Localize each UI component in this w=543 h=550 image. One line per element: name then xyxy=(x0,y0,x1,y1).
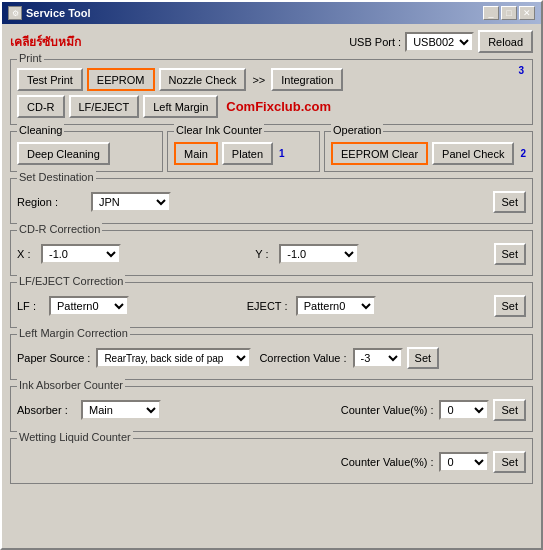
left-margin-set-button[interactable]: Set xyxy=(407,347,440,369)
cleaning-section: Cleaning Deep Cleaning xyxy=(10,131,163,172)
ink-set-button[interactable]: Set xyxy=(493,399,526,421)
title-buttons: _ □ ✕ xyxy=(483,6,535,20)
lf-eject-section: LF/EJECT Correction LF : Pattern0 EJECT … xyxy=(10,282,533,328)
number1-badge: 1 xyxy=(279,148,285,159)
main-button[interactable]: Main xyxy=(174,142,218,165)
operation-section: Operation EEPROM Clear Panel Check 2 xyxy=(324,131,533,172)
set-destination-row: Region : JPN Set xyxy=(17,191,526,213)
top-row: เคลียร์ซับหมึก USB Port : USB002 Reload xyxy=(10,30,533,53)
correction-select[interactable]: -3 xyxy=(353,348,403,368)
lf-eject-label: LF/EJECT Correction xyxy=(17,275,125,287)
eeprom-clear-button[interactable]: EEPROM Clear xyxy=(331,142,428,165)
ink-absorber-section: Ink Absorber Counter Absorber : Main Cou… xyxy=(10,386,533,432)
wetting-liquid-section: Wetting Liquid Counter Counter Value(%) … xyxy=(10,438,533,484)
minimize-button[interactable]: _ xyxy=(483,6,499,20)
thai-label: เคลียร์ซับหมึก xyxy=(10,32,81,51)
print-section: Print Test Print EEPROM Nozzle Check >> … xyxy=(10,59,533,125)
ink-absorber-row: Absorber : Main Counter Value(%) : 0 Set xyxy=(17,399,526,421)
reload-button[interactable]: Reload xyxy=(478,30,533,53)
eject-select[interactable]: Pattern0 xyxy=(296,296,376,316)
content-area: เคลียร์ซับหมึก USB Port : USB002 Reload … xyxy=(2,24,541,548)
ink-absorber-label: Ink Absorber Counter xyxy=(17,379,125,391)
eeprom-button[interactable]: EEPROM xyxy=(87,68,155,91)
number3-badge: 3 xyxy=(518,64,524,76)
clear-ink-section: Clear Ink Counter Main Platen 1 xyxy=(167,131,320,172)
region-label: Region : xyxy=(17,196,87,208)
cd-r-button[interactable]: CD-R xyxy=(17,95,65,118)
wetting-liquid-row: Counter Value(%) : 0 Set xyxy=(17,451,526,473)
cdr-correction-row: X : -1.0 Y : -1.0 Set xyxy=(17,243,526,265)
cdr-set-button[interactable]: Set xyxy=(494,243,527,265)
paper-source-select[interactable]: RearTray, back side of pap xyxy=(96,348,251,368)
title-bar: ⚙ Service Tool _ □ ✕ xyxy=(2,2,541,24)
eject-label: EJECT : xyxy=(247,300,292,312)
x-select[interactable]: -1.0 xyxy=(41,244,121,264)
lf-select[interactable]: Pattern0 xyxy=(49,296,129,316)
lf-eject-row: LF : Pattern0 EJECT : Pattern0 Set xyxy=(17,295,526,317)
set-destination-section: Set Destination Region : JPN Set xyxy=(10,178,533,224)
main-window: ⚙ Service Tool _ □ ✕ เคลียร์ซับหมึก USB … xyxy=(0,0,543,550)
wetting-liquid-label: Wetting Liquid Counter xyxy=(17,431,133,443)
usb-label: USB Port : xyxy=(349,36,401,48)
y-select[interactable]: -1.0 xyxy=(279,244,359,264)
arrow-icon: >> xyxy=(252,74,265,86)
cdr-correction-label: CD-R Correction xyxy=(17,223,102,235)
set-destination-label: Set Destination xyxy=(17,171,96,183)
wetting-counter-label: Counter Value(%) : xyxy=(341,456,434,468)
close-button[interactable]: ✕ xyxy=(519,6,535,20)
window-icon: ⚙ xyxy=(8,6,22,20)
integration-button[interactable]: Integration xyxy=(271,68,343,91)
counter-label: Counter Value(%) : xyxy=(341,404,434,416)
cleaning-label: Cleaning xyxy=(17,124,64,136)
maximize-button[interactable]: □ xyxy=(501,6,517,20)
lf-label: LF : xyxy=(17,300,45,312)
y-label: Y : xyxy=(255,248,275,260)
platen-button[interactable]: Platen xyxy=(222,142,273,165)
clear-ink-label: Clear Ink Counter xyxy=(174,124,264,136)
correction-label: Correction Value : xyxy=(259,352,346,364)
region-select[interactable]: JPN xyxy=(91,192,171,212)
comfixclub-text: ComFixclub.com xyxy=(226,99,331,114)
wetting-counter-select[interactable]: 0 xyxy=(439,452,489,472)
paper-source-label: Paper Source : xyxy=(17,352,90,364)
print-row2: CD-R LF/EJECT Left Margin ComFixclub.com xyxy=(17,95,526,118)
absorber-select[interactable]: Main xyxy=(81,400,161,420)
left-margin-row: Paper Source : RearTray, back side of pa… xyxy=(17,347,526,369)
x-label: X : xyxy=(17,248,37,260)
usb-row: USB Port : USB002 Reload xyxy=(349,30,533,53)
number2-badge: 2 xyxy=(520,148,526,159)
panel-check-button[interactable]: Panel Check xyxy=(432,142,514,165)
left-margin-button[interactable]: Left Margin xyxy=(143,95,218,118)
ink-counter-select[interactable]: 0 xyxy=(439,400,489,420)
absorber-label: Absorber : xyxy=(17,404,77,416)
three-sections-row: Cleaning Deep Cleaning Clear Ink Counter… xyxy=(10,131,533,172)
lf-set-button[interactable]: Set xyxy=(494,295,527,317)
left-margin-label: Left Margin Correction xyxy=(17,327,130,339)
left-margin-section: Left Margin Correction Paper Source : Re… xyxy=(10,334,533,380)
deep-cleaning-button[interactable]: Deep Cleaning xyxy=(17,142,110,165)
usb-select[interactable]: USB002 xyxy=(405,32,474,52)
operation-label: Operation xyxy=(331,124,383,136)
window-title: Service Tool xyxy=(26,7,91,19)
lf-eject-button[interactable]: LF/EJECT xyxy=(69,95,140,118)
cdr-correction-section: CD-R Correction X : -1.0 Y : -1.0 Set xyxy=(10,230,533,276)
test-print-button[interactable]: Test Print xyxy=(17,68,83,91)
print-row1: Test Print EEPROM Nozzle Check >> Integr… xyxy=(17,68,526,91)
set-destination-button[interactable]: Set xyxy=(493,191,526,213)
print-section-label: Print xyxy=(17,52,44,64)
nozzle-check-button[interactable]: Nozzle Check xyxy=(159,68,247,91)
wetting-set-button[interactable]: Set xyxy=(493,451,526,473)
